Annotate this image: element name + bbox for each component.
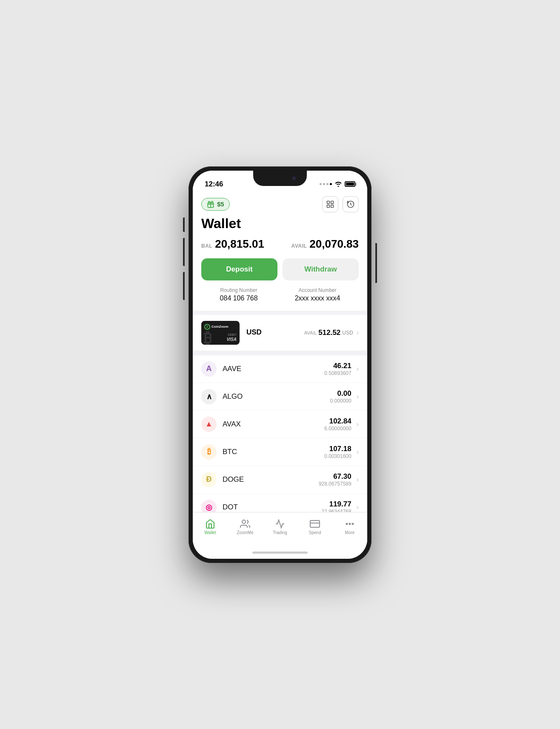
usd-avail-row: AVAIL 512.52 USD ›	[304, 329, 359, 337]
crypto-values-aave: 46.21 0.50893607	[324, 362, 351, 376]
section-divider-2	[193, 351, 367, 355]
tab-label-more: More	[345, 530, 355, 535]
svg-point-12	[349, 523, 351, 525]
crypto-row-btc[interactable]: ₿ BTC 107.18 0.00301600 ›	[193, 438, 367, 466]
svg-point-8	[242, 520, 246, 523]
tab-label-zoomme: ZoomMe	[237, 530, 253, 535]
crypto-name-dot: DOT	[223, 503, 322, 512]
usd-chevron-icon: ›	[357, 329, 359, 337]
grid-icon	[326, 200, 334, 209]
dot1	[320, 183, 322, 185]
status-time: 12:46	[205, 180, 223, 189]
svg-point-13	[352, 523, 354, 525]
crypto-amount-avax: 6.00000000	[324, 426, 351, 432]
home-indicator	[193, 547, 367, 559]
svg-point-11	[346, 523, 348, 525]
crypto-usd-avax: 102.84	[324, 417, 351, 426]
crypto-usd-doge: 67.30	[319, 472, 351, 481]
tab-zoomme[interactable]: ZoomMe	[228, 516, 263, 538]
tab-trading[interactable]: Trading	[263, 516, 297, 538]
deposit-button[interactable]: Deposit	[201, 258, 277, 280]
crypto-icon-aave: A	[201, 361, 217, 377]
signal-icon	[320, 183, 332, 185]
svg-rect-4	[331, 201, 334, 203]
balance-row: BAL 20,815.01 AVAIL 20,070.83	[201, 237, 359, 251]
crypto-name-doge: DOGE	[223, 475, 319, 484]
page-title: Wallet	[201, 216, 359, 232]
history-icon-btn[interactable]	[343, 196, 359, 212]
balance-item: BAL 20,815.01	[201, 237, 264, 251]
tab-label-wallet: Wallet	[204, 530, 216, 535]
usd-card-row[interactable]: Z CoinZoom ₿ DEBIT VISA USD AVAIL 512.52…	[193, 315, 367, 351]
routing-label: Routing Number	[220, 287, 258, 293]
battery-fill	[346, 183, 354, 186]
dot2	[323, 183, 325, 185]
usd-currency-label: USD	[246, 328, 262, 337]
crypto-row-algo[interactable]: ∧ ALGO 0.00 0.000000 ›	[193, 383, 367, 411]
crypto-icon-btc: ₿	[201, 444, 217, 460]
coinzoom-text: CoinZoom	[211, 325, 229, 329]
home-indicator-bar	[252, 552, 308, 554]
crypto-values-btc: 107.18 0.00301600	[324, 445, 351, 459]
tab-label-trading: Trading	[273, 530, 287, 535]
avail-item: AVAIL 20,070.83	[291, 237, 359, 251]
crypto-usd-algo: 0.00	[330, 389, 351, 398]
tab-bar: Wallet ZoomMe Trading Spend More	[193, 512, 367, 547]
usd-avail-value: 512.52	[318, 329, 340, 337]
battery-icon	[345, 181, 355, 187]
crypto-amount-doge: 928.06757589	[319, 481, 351, 487]
header-top: $5	[201, 196, 359, 212]
tab-more[interactable]: More	[332, 516, 367, 538]
tab-label-spend: Spend	[309, 530, 321, 535]
crypto-amount-dot: 22.96344768	[322, 509, 351, 512]
crypto-values-algo: 0.00 0.000000	[330, 389, 351, 404]
phone-screen: 12:46	[193, 171, 367, 559]
tab-wallet[interactable]: Wallet	[193, 516, 228, 538]
crypto-chevron-algo: ›	[357, 393, 359, 400]
side-button-vol-up	[183, 238, 185, 266]
crypto-row-dot[interactable]: ◎ DOT 119.77 22.96344768 ›	[193, 494, 367, 512]
app-header: $5	[193, 192, 367, 311]
dot3	[326, 183, 329, 185]
dot4	[330, 183, 332, 185]
crypto-values-dot: 119.77 22.96344768	[322, 500, 351, 512]
action-buttons: Deposit Withdraw	[201, 258, 359, 280]
gift-icon	[207, 200, 214, 208]
tab-icon-zoomme	[240, 519, 250, 529]
tab-icon-trading	[275, 519, 285, 529]
card-brand-logo: Z CoinZoom	[204, 324, 229, 330]
crypto-usd-dot: 119.77	[322, 500, 351, 509]
crypto-chevron-btc: ›	[357, 448, 359, 456]
debit-card-image: Z CoinZoom ₿ DEBIT VISA	[201, 321, 240, 345]
gift-badge[interactable]: $5	[201, 198, 230, 211]
status-icons	[320, 181, 355, 187]
withdraw-button[interactable]: Withdraw	[283, 258, 359, 280]
account-number-value: 2xxx xxxx xxx4	[295, 294, 340, 302]
crypto-values-doge: 67.30 928.06757589	[319, 472, 351, 487]
coinzoom-logo-z: Z	[206, 325, 209, 329]
svg-rect-3	[327, 201, 330, 203]
crypto-name-algo: ALGO	[223, 392, 330, 401]
side-button-vol-down	[183, 272, 185, 300]
crypto-chevron-doge: ›	[357, 476, 359, 483]
gift-amount: $5	[217, 200, 224, 208]
debit-label: DEBIT	[228, 333, 237, 336]
crypto-row-aave[interactable]: A AAVE 46.21 0.50893607 ›	[193, 355, 367, 383]
camera	[291, 176, 297, 181]
scroll-content[interactable]: $5	[193, 192, 367, 512]
grid-icon-btn[interactable]	[322, 196, 338, 212]
tab-spend[interactable]: Spend	[297, 516, 332, 538]
crypto-name-btc: BTC	[223, 448, 324, 456]
side-button-mute	[183, 217, 185, 232]
header-right-icons	[322, 196, 359, 212]
balance-value: 20,815.01	[215, 237, 264, 251]
crypto-row-avax[interactable]: ▲ AVAX 102.84 6.00000000 ›	[193, 411, 367, 438]
avail-value: 20,070.83	[309, 237, 359, 251]
crypto-row-doge[interactable]: Ð DOGE 67.30 928.06757589 ›	[193, 466, 367, 494]
tab-icon-wallet	[205, 519, 215, 529]
svg-rect-9	[310, 520, 320, 527]
card-row-right: USD AVAIL 512.52 USD ›	[246, 328, 359, 337]
phone-frame: 12:46	[189, 166, 371, 563]
svg-rect-5	[327, 205, 330, 207]
account-info: Routing Number 084 106 768 Account Numbe…	[201, 287, 359, 308]
